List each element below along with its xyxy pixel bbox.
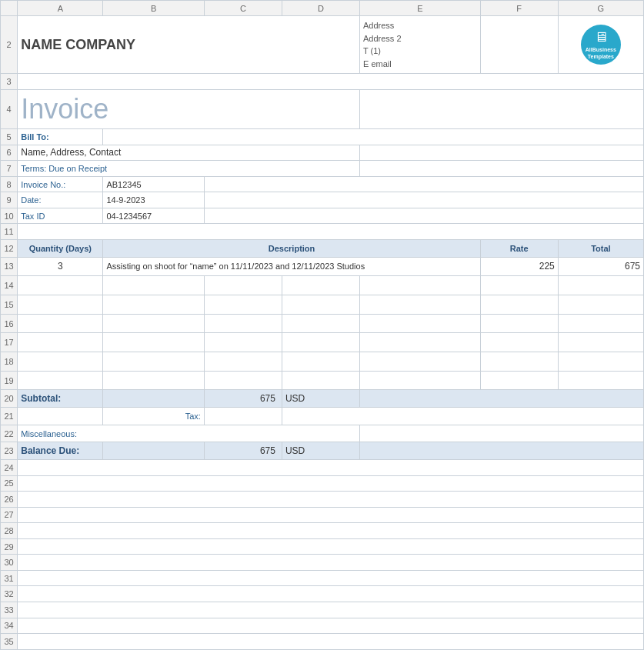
subtotal-label-cell: Subtotal:	[18, 390, 103, 408]
logo-cell: 🖥 AllBusiness Templates	[558, 16, 643, 74]
table-row: 16	[1, 314, 644, 333]
balance-value: 675	[260, 445, 275, 456]
row-5-header: 5	[1, 129, 18, 145]
empty-row: 29	[1, 538, 644, 555]
table-row: 18	[1, 352, 644, 372]
logo-icon: 🖥	[594, 29, 608, 45]
subtotal-row: 20 Subtotal: 675 USD	[1, 390, 644, 408]
empty-row: 35	[1, 634, 644, 650]
row-19-header: 19	[1, 371, 18, 390]
row-10-header: 10	[1, 208, 18, 224]
rate-header: Rate	[480, 240, 558, 258]
subtotal-currency-cell: USD	[282, 390, 359, 408]
desc-header: Description	[103, 240, 480, 258]
address-email: E email	[363, 58, 477, 71]
invoice-no-label: Invoice No.:	[21, 180, 65, 189]
invoice-no-value: AB12345	[106, 180, 141, 189]
address-cell: Address Address 2 T (1) E email	[359, 16, 480, 74]
terms-label: Terms: Due on Receipt	[21, 164, 107, 173]
tax-id-value: 04-1234567	[106, 212, 152, 221]
col-header-d: D	[282, 1, 359, 16]
row-21-header: 21	[1, 408, 18, 425]
empty-row: 33	[1, 602, 644, 618]
row-7-header: 7	[1, 161, 18, 177]
date-label: Date:	[21, 195, 41, 205]
col-header-g: G	[558, 1, 643, 16]
company-name-cell: NAME COMPANY	[18, 16, 360, 74]
row-16-header: 16	[1, 314, 18, 333]
tax-id-label-cell: Tax ID	[18, 208, 103, 224]
row-13-qty: 3	[18, 257, 103, 276]
row-13-desc: Assisting on shoot for “name” on 11/11/2…	[103, 257, 480, 276]
tax-label: Tax:	[185, 412, 201, 421]
row-9-header: 9	[1, 192, 18, 208]
bill-to-label: Bill To:	[21, 132, 48, 142]
col-header-f: F	[480, 1, 558, 16]
corner-header	[1, 1, 18, 16]
total-header: Total	[558, 240, 643, 258]
col-header-a: A	[18, 1, 103, 16]
row-8-header: 8	[1, 176, 18, 192]
table-row: 14	[1, 276, 644, 295]
empty-row: 25	[1, 475, 644, 492]
address-phone: T (1)	[363, 45, 477, 58]
row-13-total: 675	[558, 257, 643, 276]
address-line1: Address	[363, 19, 477, 32]
balance-right	[359, 442, 643, 460]
table-row: 17	[1, 333, 644, 352]
tax-id-value-cell: 04-1234567	[103, 208, 204, 224]
balance-empty1	[103, 442, 204, 460]
row-8-right	[204, 176, 643, 192]
balance-currency: USD	[285, 445, 305, 456]
logo-line1: AllBusiness	[586, 47, 616, 52]
balance-label-cell: Balance Due:	[18, 442, 103, 460]
invoice-title-cell: Invoice	[18, 89, 360, 128]
date-label-cell: Date:	[18, 192, 103, 208]
balance-label: Balance Due:	[21, 445, 79, 456]
date-value-cell: 14-9-2023	[103, 192, 204, 208]
table-row: 15	[1, 295, 644, 315]
empty-row: 26	[1, 492, 644, 508]
row-11-content	[18, 224, 644, 240]
qty-header: Quantity (Days)	[18, 240, 103, 258]
empty-row: 34	[1, 618, 644, 634]
subtotal-value: 675	[260, 393, 275, 404]
empty-row: 28	[1, 523, 644, 539]
row-13-rate: 225	[480, 257, 558, 276]
col-header-b: B	[103, 1, 204, 16]
row-20-header: 20	[1, 390, 18, 408]
row-3-content	[18, 74, 644, 90]
row-2-header: 2	[1, 16, 18, 74]
row-22-header: 22	[1, 425, 18, 442]
row-10-right	[204, 208, 643, 224]
date-value: 14-9-2023	[106, 195, 145, 205]
invoice-title: Invoice	[21, 93, 108, 125]
name-address-cell: Name, Address, Contact	[18, 145, 360, 161]
row-12-header: 12	[1, 240, 18, 258]
empty-row: 24	[1, 459, 644, 475]
logo-circle: 🖥 AllBusiness Templates	[581, 25, 621, 65]
empty-row: 30	[1, 555, 644, 571]
row-6-header: 6	[1, 145, 18, 161]
row-14-header: 14	[1, 276, 18, 295]
row-11-header: 11	[1, 224, 18, 240]
row-15-header: 15	[1, 295, 18, 315]
row-3-header: 3	[1, 74, 18, 90]
subtotal-empty1	[103, 390, 204, 408]
company-name: NAME COMPANY	[21, 37, 135, 52]
tax-row: 21 Tax:	[1, 408, 644, 425]
row-9-right	[204, 192, 643, 208]
subtotal-label: Subtotal:	[21, 393, 61, 404]
balance-row: 23 Balance Due: 675 USD	[1, 442, 644, 460]
table-row: 19	[1, 371, 644, 390]
invoice-no-value-cell: AB12345	[103, 176, 204, 192]
empty-row: 32	[1, 586, 644, 602]
name-address-contact: Name, Address, Contact	[21, 147, 121, 158]
row-17-header: 17	[1, 333, 18, 352]
col-header-c: C	[204, 1, 282, 16]
empty-row: 31	[1, 570, 644, 586]
logo-spacer-cell	[480, 16, 558, 74]
table-row: 13 3 Assisting on shoot for “name” on 11…	[1, 257, 644, 276]
row-23-header: 23	[1, 442, 18, 460]
row-4-right	[359, 89, 643, 128]
